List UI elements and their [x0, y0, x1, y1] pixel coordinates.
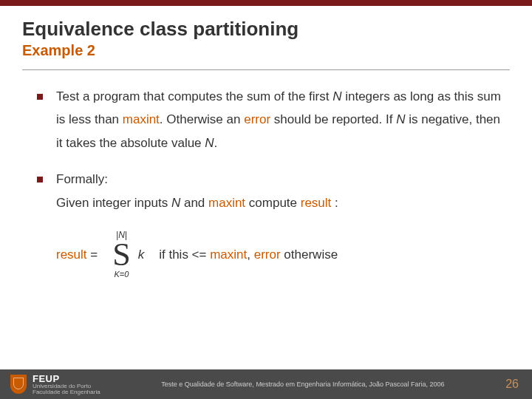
slide: { "header": { "title": "Equivalence clas… — [0, 0, 532, 399]
logo-acronym: FEUP — [33, 374, 100, 383]
eq-sign: = — [87, 248, 98, 262]
var-N: N — [171, 196, 180, 210]
text: . — [214, 136, 218, 150]
footer-bar: FEUP Universidade do Porto Faculdade de … — [0, 369, 532, 399]
formula-lhs: result = — [56, 243, 98, 266]
bullet-2: Formally: Given integer inputs N and max… — [37, 168, 502, 214]
bullet-2-text: Formally: Given integer inputs N and max… — [56, 168, 502, 214]
kw-maxint: maxint — [210, 248, 247, 262]
formula: result = |N| S K=0 k if this <= maxint, … — [37, 228, 502, 279]
kw-error: error — [244, 112, 270, 126]
text: . Otherwise an — [160, 112, 244, 126]
text: should be reported. If — [270, 112, 396, 126]
page-number: 26 — [505, 378, 532, 391]
var-result: result — [56, 248, 87, 262]
kw-maxint: maxint — [123, 112, 160, 126]
top-accent-bar — [0, 0, 532, 6]
text: Formally: — [56, 172, 108, 186]
logo-line-2: Faculdade de Engenharia — [33, 389, 100, 395]
bullet-marker-icon — [37, 177, 43, 183]
text: compute — [245, 196, 301, 210]
slide-subtitle: Example 2 — [22, 42, 510, 59]
var-N: N — [205, 136, 214, 150]
bullet-1-text: Test a program that computes the sum of … — [56, 85, 502, 154]
text: : — [331, 196, 338, 210]
text: otherwise — [281, 248, 338, 262]
summand-k: k — [138, 243, 145, 266]
text: , — [247, 248, 253, 262]
var-N: N — [396, 112, 405, 126]
sigma-block: |N| S K=0 — [112, 231, 130, 279]
shield-icon — [10, 375, 27, 394]
slide-title: Equivalence class partitioning — [22, 18, 510, 41]
kw-result: result — [301, 196, 332, 210]
bullet-1: Test a program that computes the sum of … — [37, 85, 502, 154]
kw-maxint: maxint — [208, 196, 245, 210]
formula-condition: if this <= maxint, error otherwise — [159, 243, 338, 266]
text: if this <= — [159, 248, 210, 262]
sigma-symbol: S — [112, 240, 130, 270]
text: and — [180, 196, 208, 210]
sigma-lower: K=0 — [115, 270, 129, 279]
var-N: N — [332, 89, 341, 103]
header: Equivalence class partitioning Example 2 — [0, 6, 532, 64]
kw-error: error — [254, 248, 281, 262]
bullet-marker-icon — [37, 94, 43, 100]
content-area: Test a program that computes the sum of … — [0, 70, 532, 279]
text: Given integer inputs — [56, 196, 171, 210]
text: Test a program that computes the sum of … — [56, 89, 332, 103]
logo-text: FEUP Universidade do Porto Faculdade de … — [33, 374, 100, 395]
footer-caption: Teste e Qualidade de Software, Mestrado … — [100, 381, 506, 388]
logo: FEUP Universidade do Porto Faculdade de … — [0, 374, 100, 395]
